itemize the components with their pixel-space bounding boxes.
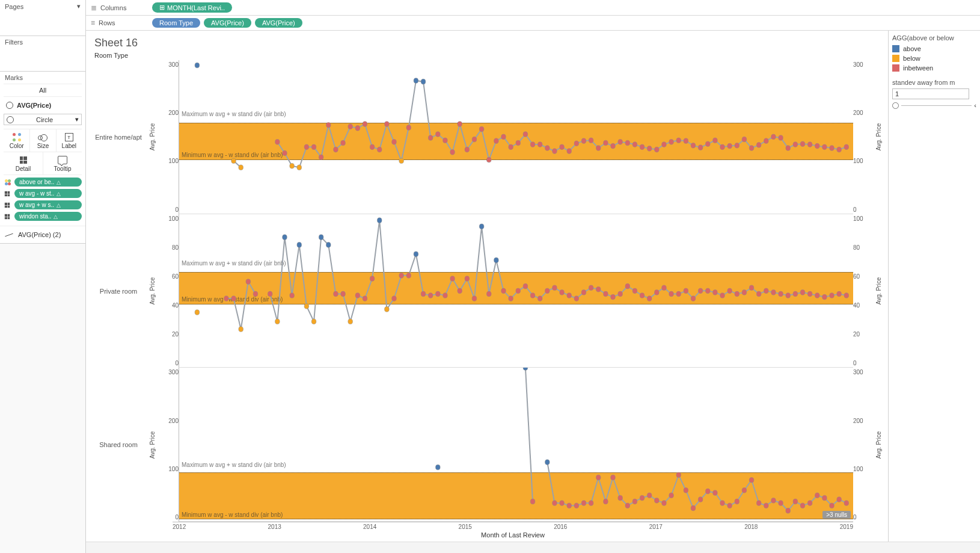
svg-point-40	[545, 146, 550, 151]
detail-marker-icon	[4, 202, 12, 209]
svg-point-83	[224, 295, 229, 301]
legend-item-above[interactable]: above	[892, 45, 976, 52]
svg-point-201	[764, 503, 769, 508]
row-pill-avg-price-1[interactable]: AVG(Price)	[204, 18, 251, 28]
facet-shared-room: Shared room Avg. Price 3002001000 Maximu…	[90, 368, 884, 522]
pages-drop-zone[interactable]	[0, 13, 85, 36]
svg-point-134	[604, 291, 608, 297]
svg-point-84	[231, 295, 236, 301]
svg-point-179	[604, 499, 608, 504]
circle-icon	[6, 102, 13, 109]
row-pill-avg-price-2[interactable]: AVG(Price)	[255, 18, 302, 28]
mark-label-cell[interactable]: T Label	[56, 129, 82, 152]
svg-point-30	[472, 137, 477, 142]
svg-point-75	[800, 141, 805, 147]
svg-point-91	[290, 292, 295, 298]
svg-point-3	[275, 139, 280, 144]
svg-point-160	[793, 291, 798, 297]
svg-point-150	[720, 292, 725, 298]
svg-point-79	[830, 146, 835, 151]
svg-point-195	[720, 501, 725, 506]
svg-point-97	[334, 291, 338, 297]
svg-point-117	[479, 224, 484, 229]
svg-point-32	[486, 157, 491, 162]
svg-point-191	[691, 505, 696, 511]
legend-label-above: above	[903, 45, 921, 52]
parameter-slider[interactable]: ‹	[892, 102, 976, 109]
x-axis: 20122013201420152016201720182019	[173, 522, 853, 530]
pill-windon-sta[interactable]: windon sta..△	[14, 212, 82, 221]
svg-point-210	[830, 503, 835, 508]
chevron-down-icon[interactable]: ▾	[77, 2, 81, 10]
marks-all-tab[interactable]: All	[4, 84, 82, 97]
plot-private-room[interactable]: Maximum w avg + w stand div (air bnb) Mi…	[179, 214, 853, 368]
svg-point-153	[742, 289, 747, 295]
svg-point-14	[355, 126, 360, 131]
svg-point-11	[334, 147, 338, 152]
nulls-indicator[interactable]: >3 nulls	[822, 511, 851, 519]
filters-drop-zone[interactable]	[0, 48, 85, 71]
pages-label: Pages	[5, 3, 23, 10]
legend-item-inbetween[interactable]: inbetween	[892, 64, 976, 72]
mark-size-cell[interactable]: Size	[29, 129, 55, 152]
svg-point-4	[283, 150, 287, 156]
delta-icon: △	[57, 202, 61, 208]
slider-track	[901, 105, 972, 106]
svg-point-192	[698, 497, 703, 502]
svg-point-95	[319, 235, 323, 240]
svg-point-141	[654, 289, 659, 295]
right-panel: AGG(above or below above below inbetween…	[888, 31, 980, 542]
svg-point-202	[771, 498, 776, 504]
parameter-input[interactable]: 1	[892, 88, 969, 99]
svg-point-109	[421, 291, 426, 297]
chevron-left-icon[interactable]: ‹	[974, 102, 976, 109]
svg-point-31	[479, 126, 484, 132]
mark-tooltip-cell[interactable]: Tooltip	[43, 152, 82, 175]
svg-point-48	[604, 140, 608, 146]
svg-point-43	[567, 149, 572, 154]
mark-color-cell[interactable]: Color	[4, 129, 29, 152]
pill-above-or-below[interactable]: above or be..△	[14, 178, 82, 187]
svg-point-208	[815, 493, 819, 498]
marks-avg-price-tab[interactable]: AVG(Price)	[4, 99, 82, 111]
svg-point-115	[465, 276, 470, 281]
plot-entire-home[interactable]: Maximum w avg + w stand div (air bnb) Mi…	[179, 60, 853, 214]
svg-point-126	[545, 288, 550, 294]
parameter-label: standev away from m	[892, 79, 976, 86]
mark-type-dropdown[interactable]: Circle ▾	[4, 114, 82, 125]
bottom-tab-bar[interactable]	[86, 542, 980, 553]
plot-shared-room[interactable]: Maximum w avg + w stand div (air bnb) Mi…	[179, 368, 853, 522]
svg-point-157	[771, 289, 776, 295]
svg-point-59	[684, 138, 688, 144]
svg-point-99	[348, 319, 353, 324]
chart-svg-2	[179, 214, 853, 368]
col-pill-month[interactable]: ⊞MONTH(Last Revi..	[152, 2, 232, 13]
mark-detail-cell[interactable]: Detail	[4, 152, 43, 175]
facet-label-shared-room: Shared room	[90, 368, 147, 522]
svg-point-8	[311, 144, 316, 150]
svg-point-37	[523, 132, 528, 137]
room-type-header: Room Type	[94, 52, 884, 59]
svg-point-25	[435, 132, 440, 137]
svg-point-169	[523, 368, 528, 370]
svg-point-5	[290, 163, 295, 168]
svg-point-170	[530, 499, 535, 504]
color-icon	[13, 133, 21, 141]
row-pill-room-type[interactable]: Room Type	[152, 18, 200, 28]
svg-point-88	[268, 291, 272, 297]
rows-shelf[interactable]: ≡Rows Room Type AVG(Price) AVG(Price)	[86, 16, 980, 31]
rows-icon: ≡	[91, 19, 95, 27]
axis-y-right-label: Avg. Price	[876, 277, 883, 304]
marks-avg-price-2-tab[interactable]: AVG(Price) (2)	[0, 226, 85, 243]
svg-point-94	[311, 319, 316, 324]
pill-wavg-plus[interactable]: w avg + w s..△	[14, 200, 82, 209]
legend-item-below[interactable]: below	[892, 55, 976, 62]
svg-point-138	[632, 288, 637, 294]
axis-y-left-label: Avg. Price	[150, 431, 156, 458]
pill-wavg-minus[interactable]: w avg - w st..△	[14, 189, 82, 198]
columns-shelf[interactable]: ≣Columns ⊞MONTH(Last Revi..	[86, 0, 980, 16]
delta-icon: △	[57, 179, 61, 185]
svg-point-182	[625, 503, 630, 508]
svg-point-101	[363, 295, 367, 301]
svg-point-77	[815, 143, 819, 149]
